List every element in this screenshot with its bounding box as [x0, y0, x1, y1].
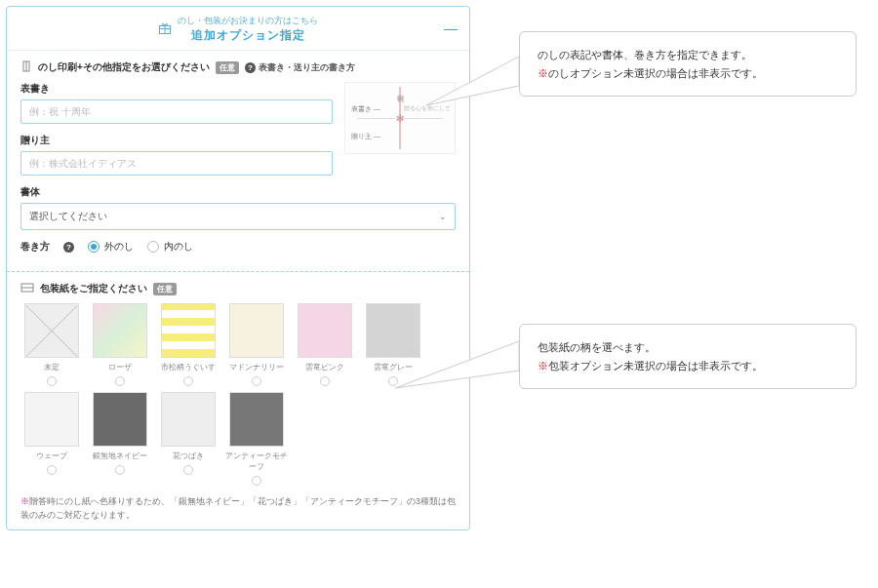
bow-icon: ✻ [396, 113, 404, 124]
swatch-thumb [161, 392, 216, 447]
swatch-thumb [229, 392, 284, 447]
preview-tag2: 贈り主 ― [351, 132, 380, 141]
swatch-label: 雲竜ピンク [294, 362, 356, 372]
note-text: 贈答時にのし紙へ色移りするため、「銀無地ネイビー」「花つばき」「アンティークモチ… [20, 496, 456, 520]
callout-text: のしの表記や書体、巻き方を指定できます。 [538, 46, 838, 64]
makikata-label: 巻き方 [20, 240, 50, 254]
callout-text: 包装紙の柄を選べます。 [538, 338, 838, 357]
callout-subtext: ※包装オプション未選択の場合は非表示です。 [538, 357, 838, 375]
wrap-heading: 包装紙をご指定ください [40, 282, 147, 295]
wrap-note: ※贈答時にのし紙へ色移りするため、「銀無地ネイビー」「花つばき」「アンティークモ… [20, 495, 456, 522]
swatch-thumb [229, 303, 284, 358]
noshi-help-link[interactable]: ? 表書き・送り主の書き方 [245, 61, 355, 74]
swatch-thumb [161, 303, 216, 358]
swatch-thumb [366, 303, 420, 358]
radio-dot-icon [47, 465, 57, 475]
header-title: 追加オプション指定 [178, 27, 318, 44]
swatch-label: 市松柄うぐいす [157, 362, 220, 372]
noshi-badge: 任意 [216, 61, 239, 74]
swatch-rosa[interactable]: ローザ [89, 303, 151, 386]
swatch-label: 未定 [20, 362, 83, 372]
radio-dot-icon [88, 241, 100, 253]
shotai-value: 選択してください [29, 210, 107, 223]
radio-dot-icon [115, 376, 125, 386]
noshi-help-text: 表書き・送り主の書き方 [259, 61, 355, 74]
noshi-heading: のし印刷+その他指定をお選びください [38, 60, 210, 74]
collapse-button[interactable]: — [444, 20, 458, 36]
swatch-thumb [24, 392, 79, 447]
swatch-label: マドンナリリー [225, 362, 288, 372]
omotegaki-label: 表書き [20, 82, 333, 96]
swatch-label: アンティークモチーフ [225, 451, 288, 472]
radio-dot-icon [147, 241, 159, 253]
swatch-madonna[interactable]: マドンナリリー [225, 303, 288, 386]
swatch-thumb [298, 303, 352, 358]
header-sup: のし・包装がお決まりの方はこちら [178, 15, 318, 27]
shotai-label: 書体 [20, 185, 456, 199]
swatch-label: 花つばき [157, 451, 220, 461]
radio-dot-icon [47, 376, 57, 386]
radio-dot-icon [115, 465, 125, 475]
help-icon: ? [245, 62, 256, 73]
preview-tag1: 表書き ― [351, 104, 380, 114]
callout-subtext: ※のしオプション未選択の場合は非表示です。 [538, 64, 838, 83]
wrap-heading-row: 包装紙をご指定ください 任意 [20, 282, 456, 295]
radio-dot-icon [252, 376, 261, 386]
omotegaki-input[interactable] [20, 99, 333, 124]
noshi-icon [20, 60, 32, 74]
radio-dot-icon [252, 476, 261, 486]
noshi-preview: 御祝 ✻ 表書き ― 贈る心を形にして 贈り主 ― [344, 82, 456, 154]
wrap-icon [20, 283, 34, 294]
option-panel: のし・包装がお決まりの方はこちら 追加オプション指定 — のし印刷+その他指定を… [6, 6, 470, 530]
opt-outer-label: 外のし [104, 240, 134, 254]
callout-mark: ※ [538, 67, 548, 79]
swatch-label: 雲竜グレー [362, 362, 424, 372]
radio-dot-icon [388, 376, 398, 386]
radio-outer[interactable]: 外のし [88, 240, 134, 254]
swatch-thumb [24, 303, 79, 358]
preview-subtext: 贈る心を形にして [404, 104, 451, 113]
swatch-thumb [93, 392, 147, 447]
swatch-wave[interactable]: ウェーブ [20, 392, 83, 486]
okurinushi-input[interactable] [20, 151, 333, 176]
callout-wrap: 包装紙の柄を選べます。 ※包装オプション未選択の場合は非表示です。 [519, 324, 857, 389]
okurinushi-label: 贈り主 [20, 134, 333, 147]
swatch-label: ウェーブ [20, 451, 83, 461]
panel-header: のし・包装がお決まりの方はこちら 追加オプション指定 — [7, 7, 469, 51]
swatch-unryu-pink[interactable]: 雲竜ピンク [294, 303, 356, 386]
radio-dot-icon [320, 376, 330, 386]
swatch-unryu-grey[interactable]: 雲竜グレー [362, 303, 424, 386]
wrap-badge: 任意 [153, 283, 177, 295]
gift-icon [158, 21, 172, 37]
swatch-tsubaki[interactable]: 花つばき [157, 392, 220, 486]
noshi-heading-row: のし印刷+その他指定をお選びください 任意 ? 表書き・送り主の書き方 [20, 60, 456, 74]
opt-inner-label: 内のし [164, 240, 193, 254]
radio-inner[interactable]: 内のし [147, 240, 193, 254]
swatch-antique[interactable]: アンティークモチーフ [225, 392, 288, 486]
callout-noshi: のしの表記や書体、巻き方を指定できます。 ※のしオプション未選択の場合は非表示で… [519, 31, 857, 97]
help-icon[interactable]: ? [63, 242, 74, 253]
swatch-label: ローザ [89, 362, 151, 372]
swatch-label: 銀無地ネイビー [89, 451, 151, 461]
chevron-down-icon: ⌄ [439, 212, 447, 221]
swatch-thumb [93, 303, 147, 358]
swatch-none[interactable]: 未定 [20, 303, 83, 386]
note-mark: ※ [20, 496, 29, 506]
radio-dot-icon [183, 465, 193, 475]
noshi-section: のし印刷+その他指定をお選びください 任意 ? 表書き・送り主の書き方 表書き … [7, 51, 469, 261]
wrap-section: 包装紙をご指定ください 任意 未定 ローザ 市松柄うぐいす マドンナリリー [7, 272, 469, 529]
swatch-ichimatsu[interactable]: 市松柄うぐいす [157, 303, 220, 386]
makikata-row: 巻き方 ? 外のし 内のし [20, 240, 456, 254]
callout-mark: ※ [538, 360, 548, 372]
swatch-grid: 未定 ローザ 市松柄うぐいす マドンナリリー 雲竜ピンク [20, 303, 456, 486]
radio-dot-icon [183, 376, 193, 386]
swatch-navy[interactable]: 銀無地ネイビー [89, 392, 151, 486]
shotai-select[interactable]: 選択してください ⌄ [20, 203, 456, 230]
